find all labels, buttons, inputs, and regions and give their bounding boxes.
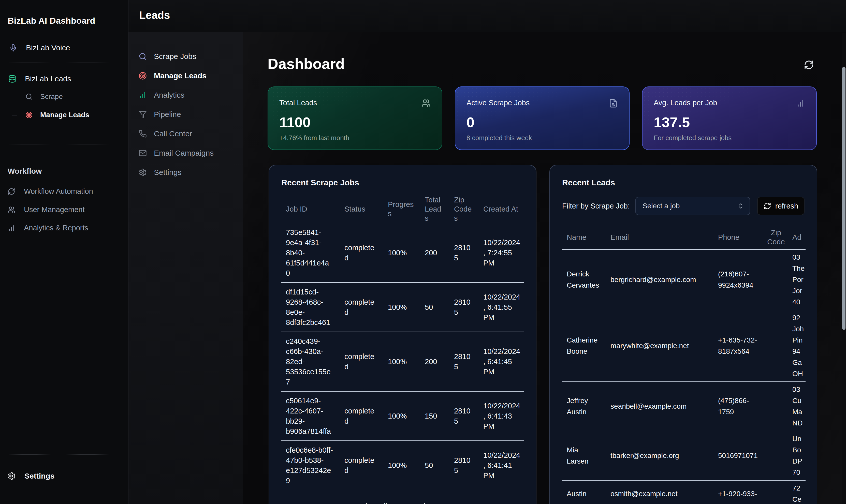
stat-value: 137.5 <box>654 114 805 130</box>
bar-chart-icon <box>796 99 805 108</box>
sidebar-item-label: BizLab Voice <box>26 43 70 52</box>
sidebar-item-workflow-automation[interactable]: Workflow Automation <box>7 187 93 196</box>
job-status: completed <box>340 455 383 475</box>
sidebar-item-user-management[interactable]: User Management <box>7 205 85 214</box>
lead-name: Jeffrey Austin <box>562 395 606 417</box>
select-value: Select a job <box>643 202 680 210</box>
column-header: Phone <box>714 233 764 242</box>
table-row[interactable]: df1d15cd-9268-468c-8e0e-8df3fc2bc461 com… <box>281 283 524 332</box>
job-total-leads: 200 <box>420 357 449 367</box>
sidebar-item-label: Workflow Automation <box>24 187 93 196</box>
sync-icon <box>7 188 15 195</box>
panel-title: Recent Leads <box>562 178 805 188</box>
job-zip-codes: 28105 <box>449 406 479 426</box>
table-row[interactable]: cfe0c6e8-b0ff-47b0-b538-e127d53242e9 com… <box>281 441 524 490</box>
leads-table-header: Name Email Phone Zip Code Ad <box>562 225 806 250</box>
sidebar-item-label: Scrape <box>40 93 63 101</box>
job-created-at: 10/22/2024, 6:41:43 PM <box>479 401 527 431</box>
view-all-scrape-jobs-link[interactable]: View All Scrape Jobs <box>281 502 524 504</box>
column-header: Total Leads <box>420 195 449 223</box>
sidebar-item-scrape[interactable]: Scrape <box>25 93 63 101</box>
table-row[interactable]: c240c439-c66b-430a-82ed-53536ce155e7 com… <box>281 332 524 392</box>
sidebar-item-settings[interactable]: Settings <box>7 472 54 480</box>
stat-value: 0 <box>467 114 618 130</box>
table-row[interactable]: 735e5841-9e4a-4f31-8b40-61f5d441e4a0 com… <box>281 223 524 283</box>
stat-card-total-leads: Total Leads 1100 +4.76% from last month <box>268 87 442 150</box>
bar-chart-icon <box>139 91 147 99</box>
nav-item-label: Email Campaigns <box>154 149 214 157</box>
job-zip-codes: 28105 <box>449 242 479 263</box>
nav-item-call-center[interactable]: Call Center <box>139 129 192 138</box>
job-created-at: 10/22/2024, 6:41:45 PM <box>479 346 527 377</box>
refresh-icon[interactable] <box>804 60 814 70</box>
sidebar-item-bizlab-leads[interactable]: BizLab Leads <box>8 74 71 83</box>
sidebar-item-manage-leads[interactable]: Manage Leads <box>25 111 89 119</box>
job-zip-codes: 28105 <box>449 455 479 475</box>
stat-label: Active Scrape Jobs <box>467 99 529 107</box>
target-icon <box>139 72 147 80</box>
sidebar-item-label: Analytics & Reports <box>24 224 88 232</box>
chevrons-up-down-icon <box>737 203 744 209</box>
sidebar-item-label: Settings <box>24 472 54 480</box>
leads-filter-row: Filter by Scrape Job: Select a job refre… <box>562 197 805 215</box>
job-id: 735e5841-9e4a-4f31-8b40-61f5d441e4a0 <box>281 227 340 278</box>
page-scrollbar[interactable] <box>842 33 846 504</box>
nav-item-manage-leads[interactable]: Manage Leads <box>139 71 206 80</box>
stat-label: Avg. Leads per Job <box>654 99 717 107</box>
lead-phone: (475)866-1759 <box>714 395 764 417</box>
nav-item-pipeline[interactable]: Pipeline <box>139 110 181 119</box>
sidebar-item-label: Manage Leads <box>40 111 89 119</box>
column-header: Status <box>340 204 383 214</box>
job-status: completed <box>340 352 383 372</box>
stat-card-active-scrape-jobs: Active Scrape Jobs 0 8 completed this we… <box>455 87 630 150</box>
users-icon <box>7 206 15 214</box>
gear-icon <box>139 168 147 177</box>
users-icon <box>421 99 431 108</box>
nav-item-label: Call Center <box>154 129 192 138</box>
lead-address: 03 Cu Ma ND <box>788 384 817 429</box>
lead-phone: 5016971071 <box>714 450 764 461</box>
table-row[interactable]: Derrick Cervantes bergrichard@example.co… <box>562 250 806 310</box>
stat-label: Total Leads <box>279 99 317 107</box>
nav-item-label: Pipeline <box>154 110 181 119</box>
lead-address: 03 The Por Jor 40 <box>788 252 817 308</box>
table-row[interactable]: Austin osmith@example.net +1-920-933- 72… <box>562 481 806 504</box>
tree-connector-vertical <box>12 88 12 125</box>
sidebar-item-analytics-reports[interactable]: Analytics & Reports <box>7 224 88 232</box>
nav-item-email-campaigns[interactable]: Email Campaigns <box>139 149 214 157</box>
column-header: Created At <box>479 204 527 214</box>
scrollbar-thumb[interactable] <box>842 67 846 330</box>
funnel-icon <box>139 110 147 119</box>
microphone-icon <box>9 44 17 52</box>
refresh-leads-button[interactable]: refresh <box>757 197 805 215</box>
leads-subnav: Scrape Jobs Manage Leads Analytics Pipel… <box>128 32 243 504</box>
lead-phone: +1-920-933- <box>714 488 764 500</box>
gear-icon <box>7 472 16 480</box>
recent-scrape-jobs-panel: Recent Scrape Jobs Job ID Status Progres… <box>269 165 537 504</box>
lead-address: 72 Ce <box>788 483 817 504</box>
table-row[interactable]: Jeffrey Austin seanbell@example.com (475… <box>562 382 806 431</box>
phone-icon <box>139 130 147 138</box>
file-search-icon <box>609 99 618 108</box>
job-status: completed <box>340 242 383 263</box>
nav-item-label: Scrape Jobs <box>154 52 196 61</box>
sidebar-divider <box>7 454 120 455</box>
bizlab-dashboard-app: BizLab AI Dashboard BizLab Voice BizLab … <box>0 0 846 504</box>
tree-connector-elbow <box>12 97 17 97</box>
sidebar-item-bizlab-voice[interactable]: BizLab Voice <box>9 43 70 52</box>
column-header: Email <box>606 233 714 242</box>
job-created-at: 10/22/2024, 6:41:41 PM <box>479 450 527 481</box>
job-status: completed <box>340 297 383 317</box>
lead-address: 92 Joh Pin 94 Ga OH <box>788 312 817 379</box>
scrape-job-select[interactable]: Select a job <box>635 197 750 215</box>
table-row[interactable]: Catherine Boone marywhite@example.net +1… <box>562 310 806 382</box>
sidebar-divider <box>7 144 120 144</box>
table-row[interactable]: Mia Larsen tbarker@example.org 501697107… <box>562 431 806 481</box>
nav-item-scrape-jobs[interactable]: Scrape Jobs <box>139 52 196 61</box>
nav-item-settings[interactable]: Settings <box>139 168 181 177</box>
lead-name: Austin <box>562 488 606 500</box>
table-row[interactable]: c50614e9-422c-4607-bb29-b906a7814ffa com… <box>281 392 524 441</box>
tree-connector-elbow <box>12 115 17 115</box>
job-progress: 100% <box>383 248 420 258</box>
nav-item-analytics[interactable]: Analytics <box>139 91 184 100</box>
